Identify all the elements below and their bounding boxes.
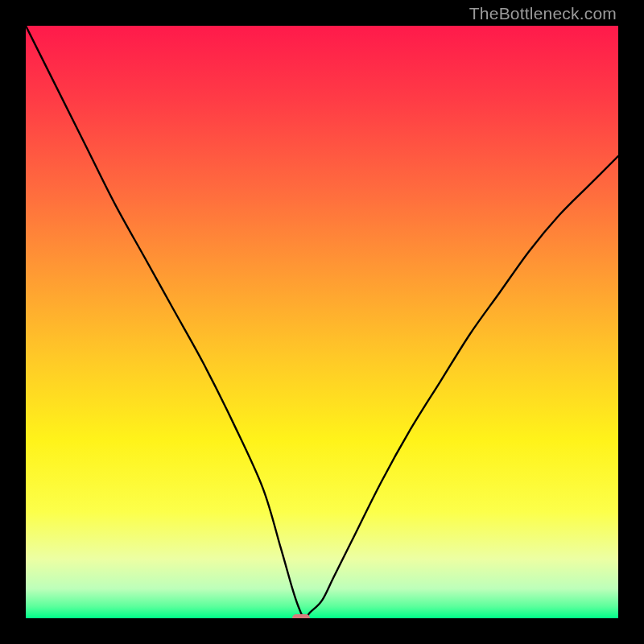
bottleneck-curve <box>26 26 618 618</box>
plot-area <box>26 26 618 618</box>
watermark-text: TheBottleneck.com <box>469 5 617 22</box>
curve-svg <box>26 26 618 618</box>
chart-frame: TheBottleneck.com <box>0 0 644 644</box>
optimal-marker <box>292 614 310 618</box>
